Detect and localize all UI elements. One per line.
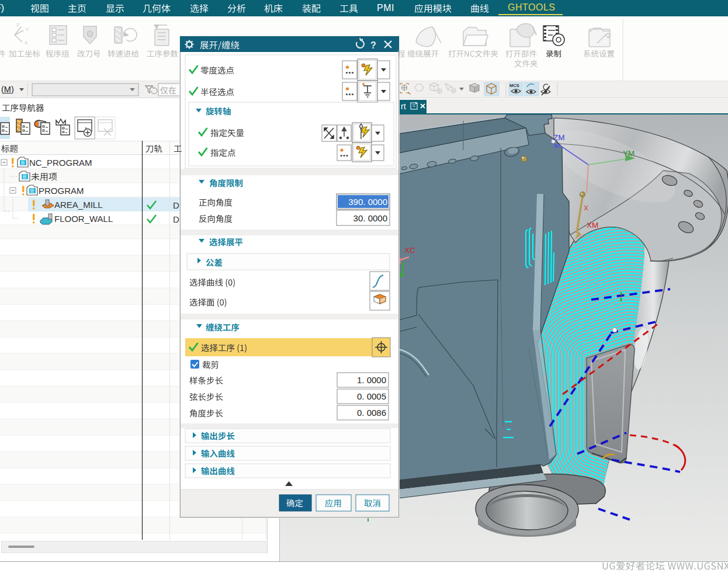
- svg-text:?: ?: [370, 40, 376, 50]
- svg-text:0. 0005: 0. 0005: [357, 391, 386, 401]
- svg-text:1. 0000: 1. 0000: [357, 375, 386, 385]
- svg-text:390. 0000: 390. 0000: [348, 197, 387, 207]
- svg-text:0. 0086: 0. 0086: [357, 408, 386, 418]
- svg-text:30. 0000: 30. 0000: [353, 213, 387, 223]
